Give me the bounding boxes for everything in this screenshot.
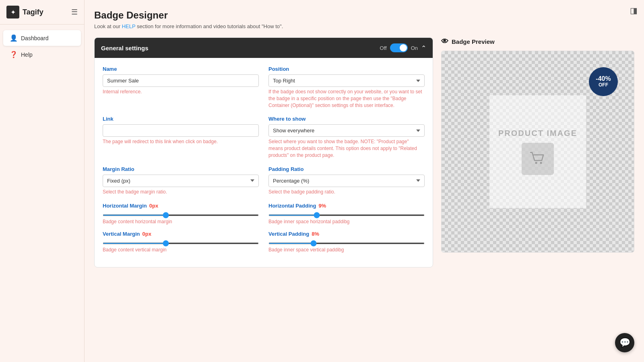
position-field-group: Position Top RightTop LeftBottom RightBo…	[268, 66, 425, 109]
padding-ratio-hint: Select the badge padding ratio.	[268, 189, 425, 195]
page-title: Badge Designer	[94, 10, 634, 21]
preview-title: Badge Preview	[452, 38, 495, 45]
vertical-margin-slider-section: Vertical Margin 0px Badge content vertic…	[103, 231, 259, 253]
name-input[interactable]	[103, 74, 259, 87]
cart-icon-area	[522, 143, 554, 175]
badge-percent: -40%	[596, 76, 611, 82]
position-label: Position	[268, 66, 425, 72]
vertical-padding-hint: Badge inner space vertical paddibg	[268, 247, 425, 253]
toggle-switch[interactable]	[390, 43, 408, 52]
svg-point-1	[540, 162, 542, 164]
svg-point-0	[535, 162, 537, 164]
toggle-on-label: On	[411, 45, 418, 51]
preview-card: PRODUCT IMAGE -40% OFF	[441, 51, 634, 253]
topbar-icon[interactable]: ◨	[630, 6, 638, 15]
subtitle-pre: Look at our	[94, 23, 122, 29]
dashboard-icon: 👤	[10, 34, 18, 42]
help-icon: ❓	[10, 51, 18, 58]
horizontal-margin-hint: Badge content horizontal margin	[103, 219, 259, 224]
badge-off: OFF	[599, 82, 608, 88]
vertical-padding-range[interactable]	[268, 243, 425, 244]
name-hint: Internal reference.	[103, 88, 259, 95]
product-image-area: PRODUCT IMAGE	[489, 95, 586, 208]
horizontal-margin-label: Horizontal Margin	[103, 203, 147, 209]
name-field-group: Name Internal reference.	[103, 66, 259, 109]
logo-icon: ✦	[6, 6, 19, 19]
chat-icon: 💬	[619, 337, 630, 348]
vertical-padding-label: Vertical Padding	[268, 231, 309, 237]
horizontal-padding-hint: Badge inner space horizontal paddibg	[268, 219, 425, 224]
position-hint: If the badge does not show correctly on …	[268, 88, 425, 109]
vertical-margin-range[interactable]	[103, 243, 259, 244]
settings-card: General settings Off On ⌃ Name In	[94, 37, 433, 267]
vertical-margin-label-row: Vertical Margin 0px	[103, 231, 259, 237]
sidebar-item-help-label: Help	[21, 51, 33, 58]
vertical-padding-label-row: Vertical Padding 8%	[268, 231, 425, 237]
sidebar-logo: ✦ Tagify ☰	[0, 0, 84, 25]
margin-ratio-field-group: Margin Ratio Fixed (px)Percentage (%) Se…	[103, 166, 259, 195]
product-image-text: PRODUCT IMAGE	[498, 129, 577, 138]
cart-icon	[528, 149, 547, 169]
help-link[interactable]: HELP	[122, 23, 136, 29]
sidebar: ✦ Tagify ☰ 👤 Dashboard ❓ Help	[0, 0, 85, 362]
vertical-margin-hint: Badge content vertical margin	[103, 247, 259, 253]
link-label: Link	[103, 116, 259, 122]
checkerboard-bg: PRODUCT IMAGE -40% OFF	[442, 51, 634, 252]
logo-char: ✦	[10, 8, 16, 16]
horizontal-padding-range[interactable]	[268, 214, 425, 216]
horizontal-margin-slider-section: Horizontal Margin 0px Badge content hori…	[103, 203, 259, 224]
position-select[interactable]: Top RightTop LeftBottom RightBottom Left…	[268, 74, 425, 87]
link-input[interactable]	[103, 124, 259, 137]
settings-header-right: Off On ⌃	[380, 43, 426, 52]
toggle-off-label: Off	[380, 45, 387, 51]
settings-body: Name Internal reference. Position Top Ri…	[95, 58, 433, 267]
chat-widget[interactable]: 💬	[615, 333, 634, 352]
where-to-show-hint: Select where you want to show the badge.…	[268, 138, 425, 158]
preview-header: 👁 Badge Preview	[441, 37, 634, 46]
content-layout: General settings Off On ⌃ Name In	[94, 37, 634, 267]
eye-icon: 👁	[441, 37, 448, 46]
app-name: Tagify	[23, 8, 43, 16]
link-hint: The page will redirect to this link when…	[103, 138, 259, 145]
margin-ratio-hint: Select the badge margin ratio.	[103, 189, 259, 195]
badge-overlay: -40% OFF	[589, 67, 618, 96]
vertical-padding-slider-section: Vertical Padding 8% Badge inner space ve…	[268, 231, 425, 253]
vertical-margin-label: Vertical Margin	[103, 231, 140, 237]
horizontal-margin-value: 0px	[149, 203, 158, 209]
where-to-show-select[interactable]: Show everywhereProduct page onlyCategory…	[268, 124, 425, 137]
page-subtitle: Look at our HELP section for more inform…	[94, 23, 634, 29]
link-field-group: Link The page will redirect to this link…	[103, 116, 259, 158]
horizontal-padding-value: 9%	[318, 203, 326, 209]
sidebar-item-dashboard-label: Dashboard	[21, 35, 49, 41]
settings-header: General settings Off On ⌃	[95, 38, 433, 58]
collapse-button[interactable]: ⌃	[421, 44, 426, 52]
sidebar-item-dashboard[interactable]: 👤 Dashboard	[3, 30, 81, 46]
padding-ratio-label: Padding Ratio	[268, 166, 425, 172]
vertical-padding-value: 8%	[312, 231, 319, 237]
hamburger-icon[interactable]: ☰	[71, 8, 78, 16]
subtitle-post: section for more information and video t…	[135, 23, 283, 29]
horizontal-margin-label-row: Horizontal Margin 0px	[103, 203, 259, 209]
padding-ratio-field-group: Padding Ratio Percentage (%)Fixed (px) S…	[268, 166, 425, 195]
horizontal-padding-label: Horizontal Padding	[268, 203, 316, 209]
horizontal-padding-slider-section: Horizontal Padding 9% Badge inner space …	[268, 203, 425, 224]
where-to-show-field-group: Where to show Show everywhereProduct pag…	[268, 116, 425, 158]
horizontal-padding-label-row: Horizontal Padding 9%	[268, 203, 425, 209]
settings-header-title: General settings	[101, 45, 149, 51]
sidebar-item-help[interactable]: ❓ Help	[3, 47, 81, 62]
toggle-knob	[400, 44, 407, 51]
settings-grid: Name Internal reference. Position Top Ri…	[103, 66, 425, 259]
margin-ratio-label: Margin Ratio	[103, 166, 259, 172]
sidebar-nav: 👤 Dashboard ❓ Help	[0, 25, 84, 68]
padding-ratio-select[interactable]: Percentage (%)Fixed (px)	[268, 175, 425, 187]
vertical-margin-value: 0px	[142, 231, 151, 237]
preview-section: 👁 Badge Preview PRODUCT IMAGE	[441, 37, 634, 253]
horizontal-margin-range[interactable]	[103, 214, 259, 216]
where-to-show-label: Where to show	[268, 116, 425, 122]
name-label: Name	[103, 66, 259, 72]
margin-ratio-select[interactable]: Fixed (px)Percentage (%)	[103, 175, 259, 187]
main-content: ◨ Badge Designer Look at our HELP sectio…	[85, 0, 644, 362]
